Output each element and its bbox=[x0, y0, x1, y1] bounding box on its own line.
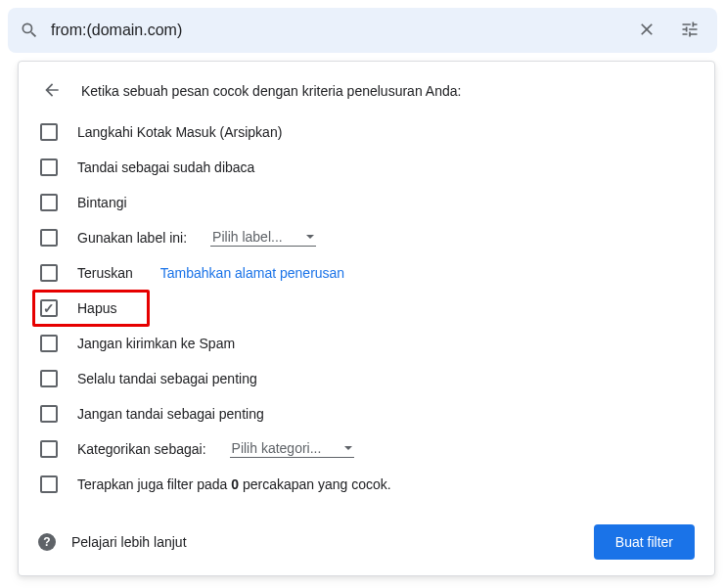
option-apply-existing: Terapkan juga filter pada 0 percakapan y… bbox=[38, 467, 695, 502]
option-label: Tandai sebagai sudah dibaca bbox=[77, 159, 254, 175]
search-input[interactable] bbox=[51, 22, 619, 39]
option-skip-inbox: Langkahi Kotak Masuk (Arsipkan) bbox=[38, 114, 695, 150]
label-select-value: Pilih label... bbox=[212, 229, 283, 245]
help-icon[interactable]: ? bbox=[38, 533, 56, 551]
option-label: Langkahi Kotak Masuk (Arsipkan) bbox=[77, 124, 282, 140]
checkbox-apply-label[interactable] bbox=[40, 229, 58, 247]
tune-icon bbox=[680, 20, 700, 42]
label-select[interactable]: Pilih label... bbox=[210, 229, 316, 247]
apply-existing-prefix: Terapkan juga filter pada bbox=[77, 476, 231, 492]
option-label: Terapkan juga filter pada 0 percakapan y… bbox=[77, 476, 391, 492]
chevron-down-icon bbox=[306, 235, 314, 239]
option-never-spam: Jangan kirimkan ke Spam bbox=[38, 326, 695, 361]
learn-more-link[interactable]: Pelajari lebih lanjut bbox=[71, 534, 187, 550]
search-bar bbox=[8, 8, 717, 53]
option-categorize: Kategorikan sebagai: Pilih kategori... bbox=[38, 431, 695, 467]
apply-existing-count: 0 bbox=[231, 476, 239, 492]
option-label: Teruskan bbox=[77, 265, 133, 281]
option-never-important: Jangan tandai sebagai penting bbox=[38, 396, 695, 431]
option-label: Jangan kirimkan ke Spam bbox=[77, 336, 235, 351]
close-icon bbox=[637, 20, 657, 42]
checkbox-skip-inbox[interactable] bbox=[40, 123, 58, 141]
checkbox-never-spam[interactable] bbox=[40, 335, 58, 352]
option-mark-read: Tandai sebagai sudah dibaca bbox=[38, 150, 695, 185]
option-apply-label: Gunakan label ini: Pilih label... bbox=[38, 220, 695, 255]
add-forwarding-address-link[interactable]: Tambahkan alamat penerusan bbox=[160, 265, 344, 281]
checkbox-categorize[interactable] bbox=[40, 440, 58, 458]
option-label: Bintangi bbox=[77, 195, 127, 210]
footer-left: ? Pelajari lebih lanjut bbox=[38, 533, 187, 551]
checkbox-always-important[interactable] bbox=[40, 370, 58, 387]
filter-options: Langkahi Kotak Masuk (Arsipkan) Tandai s… bbox=[38, 114, 695, 505]
panel-header: Ketika sebuah pesan cocok dengan kriteri… bbox=[38, 81, 695, 101]
option-label: Hapus bbox=[77, 300, 116, 316]
option-always-important: Selalu tandai sebagai penting bbox=[38, 361, 695, 396]
create-filter-button[interactable]: Buat filter bbox=[594, 524, 695, 560]
checkbox-star[interactable] bbox=[40, 194, 58, 211]
chevron-down-icon bbox=[344, 446, 352, 450]
option-star: Bintangi bbox=[38, 185, 695, 220]
panel-title: Ketika sebuah pesan cocok dengan kriteri… bbox=[81, 83, 461, 99]
checkbox-apply-existing[interactable] bbox=[40, 475, 58, 493]
option-delete: Hapus bbox=[38, 291, 695, 326]
search-icon bbox=[20, 21, 39, 40]
option-forward: Teruskan Tambahkan alamat penerusan bbox=[38, 255, 695, 291]
option-label: Gunakan label ini: bbox=[77, 230, 187, 246]
panel-footer: ? Pelajari lebih lanjut Buat filter bbox=[38, 505, 695, 560]
arrow-left-icon bbox=[42, 80, 62, 103]
clear-search-button[interactable] bbox=[631, 15, 662, 46]
category-select-value: Pilih kategori... bbox=[232, 440, 322, 456]
checkbox-never-important[interactable] bbox=[40, 405, 58, 423]
checkbox-forward[interactable] bbox=[40, 264, 58, 282]
checkbox-mark-read[interactable] bbox=[40, 158, 58, 176]
apply-existing-suffix: percakapan yang cocok. bbox=[239, 476, 391, 492]
option-label: Selalu tandai sebagai penting bbox=[77, 371, 257, 386]
back-button[interactable] bbox=[42, 81, 62, 101]
option-label: Kategorikan sebagai: bbox=[77, 441, 206, 457]
option-label: Jangan tandai sebagai penting bbox=[77, 406, 264, 422]
checkbox-delete[interactable] bbox=[40, 299, 58, 317]
create-filter-panel: Ketika sebuah pesan cocok dengan kriteri… bbox=[18, 61, 715, 576]
category-select[interactable]: Pilih kategori... bbox=[230, 440, 355, 458]
search-options-button[interactable] bbox=[674, 15, 705, 46]
